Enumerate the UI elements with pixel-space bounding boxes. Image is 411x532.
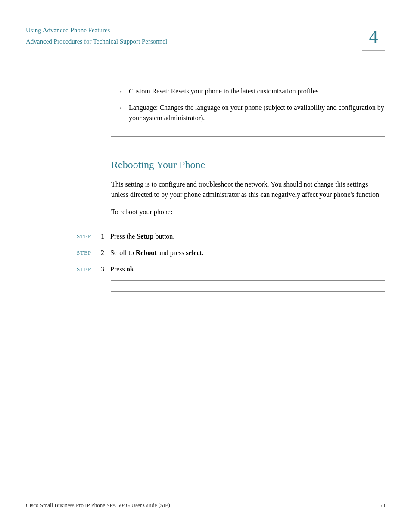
section-divider bbox=[111, 136, 385, 137]
step-row: STEP 2 Scroll to Reboot and press select… bbox=[77, 248, 385, 258]
section-lead: To reboot your phone: bbox=[111, 207, 385, 217]
bullet-text: Language: Changes the language on your p… bbox=[129, 103, 385, 123]
steps-bottom-rule-1 bbox=[111, 280, 385, 281]
bullet-list: • Custom Reset: Resets your phone to the… bbox=[120, 86, 385, 123]
page-footer: Cisco Small Business Pro IP Phone SPA 50… bbox=[26, 498, 385, 509]
footer-row: Cisco Small Business Pro IP Phone SPA 50… bbox=[26, 502, 385, 509]
step-text: Scroll to Reboot and press select. bbox=[110, 248, 385, 258]
header-subtitle: Advanced Procedures for Technical Suppor… bbox=[26, 36, 385, 47]
step-text: Press ok. bbox=[110, 264, 385, 274]
step-text: Press the Setup button. bbox=[110, 231, 385, 242]
bullet-icon: • bbox=[120, 87, 122, 96]
footer-rule bbox=[26, 498, 385, 498]
steps-top-rule bbox=[77, 225, 385, 225]
step-label: STEP bbox=[77, 232, 95, 241]
bullet-icon: • bbox=[120, 104, 122, 113]
section-intro: This setting is to configure and trouble… bbox=[111, 179, 385, 200]
section-heading: Rebooting Your Phone bbox=[111, 159, 385, 171]
footer-right: 53 bbox=[380, 502, 385, 509]
header-rule bbox=[26, 50, 385, 50]
header-text-block: Using Advanced Phone Features Advanced P… bbox=[26, 25, 385, 47]
step-number: 3 bbox=[95, 264, 104, 274]
chapter-number: 4 bbox=[369, 28, 378, 46]
steps-block: STEP 1 Press the Setup button. STEP 2 Sc… bbox=[77, 231, 385, 274]
header-title: Using Advanced Phone Features bbox=[26, 25, 385, 36]
bullet-item: • Custom Reset: Resets your phone to the… bbox=[120, 86, 385, 96]
main-content: • Custom Reset: Resets your phone to the… bbox=[111, 86, 385, 292]
page-header: Using Advanced Phone Features Advanced P… bbox=[26, 25, 385, 71]
step-row: STEP 1 Press the Setup button. bbox=[77, 231, 385, 242]
steps-bottom-rule-2 bbox=[111, 291, 385, 292]
step-number: 2 bbox=[95, 248, 104, 258]
step-label: STEP bbox=[77, 265, 95, 274]
step-number: 1 bbox=[95, 231, 104, 242]
bullet-item: • Language: Changes the language on your… bbox=[120, 103, 385, 123]
bullet-text: Custom Reset: Resets your phone to the l… bbox=[129, 86, 385, 96]
step-label: STEP bbox=[77, 249, 95, 257]
step-row: STEP 3 Press ok. bbox=[77, 264, 385, 274]
footer-left: Cisco Small Business Pro IP Phone SPA 50… bbox=[26, 502, 170, 509]
chapter-number-box: 4 bbox=[362, 22, 385, 51]
